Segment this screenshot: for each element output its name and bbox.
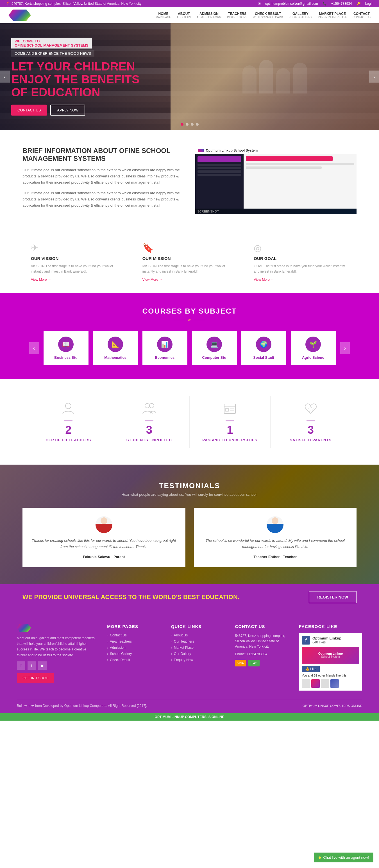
nav-admission[interactable]: ADMISSION ADMISSION FORM bbox=[197, 12, 222, 19]
stat-number-2: 1 bbox=[195, 424, 265, 436]
course-card-1[interactable]: 📐 Mathematics bbox=[93, 331, 138, 365]
payment-icon-2: PAY bbox=[249, 660, 260, 666]
footer-facebook-icon[interactable]: f bbox=[17, 661, 25, 670]
passing-icon bbox=[195, 402, 265, 418]
stat-label-3: SATISFIED PARENTS bbox=[276, 438, 346, 442]
stat-divider-4 bbox=[307, 421, 315, 422]
slider-dot-3[interactable] bbox=[191, 123, 194, 126]
slider-dots bbox=[181, 123, 199, 126]
video-header: Optimum Linkup School System bbox=[195, 147, 357, 154]
course-icon-5: 🌱 bbox=[305, 337, 321, 352]
video-container[interactable]: Optimum Linkup School System bbox=[195, 147, 357, 214]
course-card-2[interactable]: 📊 Economics bbox=[142, 331, 187, 365]
footer-quick-link-1: Our Teachers bbox=[171, 640, 224, 644]
stat-students-enrolled: 3 STUDENTS ENROLLED bbox=[109, 396, 190, 448]
footer-more-page-0: Contact Us bbox=[107, 633, 160, 637]
hero-section: WELCOME TO OFINE SCHOOL MANAGEMENT SYSTE… bbox=[0, 23, 379, 130]
nav-gallery[interactable]: GALLERY PHOTO GALLERY bbox=[289, 12, 312, 19]
slider-dot-1[interactable] bbox=[181, 123, 183, 126]
testimonial-author-1: Teacher Esther - Teacher bbox=[201, 555, 350, 559]
hero-buttons: CONTACT US APPLY NOW bbox=[11, 104, 152, 115]
footer-bottom: Built with ❤ from Developed by Optimum L… bbox=[17, 699, 362, 708]
logo-area[interactable] bbox=[8, 9, 31, 21]
footer-grid: Meet our able, gallant and most competen… bbox=[17, 624, 362, 690]
video-logo bbox=[198, 149, 204, 152]
vmg-vision: ✈ OUR VISSION VISSION The first stage is… bbox=[23, 243, 134, 282]
nav-home[interactable]: HOME MAIN PAGE bbox=[156, 12, 171, 19]
stat-certified-teachers: 2 CERTIFIED TEACHERS bbox=[28, 396, 109, 448]
course-name-1: Mathematics bbox=[97, 355, 134, 360]
testimonials-grid: Thanks for creating schools like this fo… bbox=[23, 508, 356, 567]
hero-subtitle: COME AND EXPERIENCE THE GOOD NEWS bbox=[11, 50, 94, 57]
fb-like-area: 👍 Like bbox=[302, 666, 359, 672]
mission-view-more[interactable]: View More → bbox=[142, 278, 237, 282]
top-bar-phone[interactable]: +1564783934 bbox=[331, 2, 352, 6]
top-bar-email[interactable]: optimumproblemsolver@gmail.com bbox=[265, 2, 318, 6]
courses-divider: ✏ bbox=[17, 317, 362, 322]
courses-heading: COURSES BY SUBJECT bbox=[17, 307, 362, 315]
testimonial-avatar-1 bbox=[267, 516, 284, 533]
testimonials-heading: TESTIMONIALS bbox=[23, 482, 356, 490]
get-in-touch-button[interactable]: GET IN TOUCH bbox=[17, 673, 54, 683]
register-button[interactable]: REGISTER NOW bbox=[309, 591, 356, 603]
goal-title: OUR GOAL bbox=[254, 256, 348, 261]
course-card-0[interactable]: 📖 Business Stu bbox=[43, 331, 88, 365]
course-card-3[interactable]: 💻 Computer Stu bbox=[192, 331, 237, 365]
video-footer: SCREENSHOT bbox=[195, 209, 357, 214]
goal-icon: ◎ bbox=[254, 243, 348, 253]
fb-like-button[interactable]: 👍 Like bbox=[302, 666, 320, 672]
login-icon: 🔑 bbox=[356, 2, 361, 6]
vision-title: OUR VISSION bbox=[31, 256, 125, 261]
video-title: Optimum Linkup School System bbox=[206, 149, 258, 152]
footer-logo bbox=[17, 624, 96, 632]
course-name-2: Economics bbox=[147, 355, 183, 360]
login-link[interactable]: Login bbox=[365, 2, 373, 6]
courses-next-button[interactable]: › bbox=[340, 342, 350, 354]
hero-contact-button[interactable]: CONTACT US bbox=[11, 104, 47, 115]
slider-next-button[interactable]: › bbox=[369, 71, 379, 83]
hero-apply-button[interactable]: APPLY NOW bbox=[50, 104, 85, 115]
footer-twitter-icon[interactable]: t bbox=[28, 661, 36, 670]
footer-contact-title: CONTACT US bbox=[235, 624, 288, 629]
course-name-0: Business Stu bbox=[48, 355, 84, 360]
nav-check-result[interactable]: CHECK RESULT WITH SCRATCH CARD bbox=[253, 12, 283, 19]
top-bar-contact-area: ✉ optimumproblemsolver@gmail.com 📞 +1564… bbox=[258, 2, 373, 6]
footer-contact-col: CONTACT US 546787, Kertz shopping comple… bbox=[235, 624, 288, 690]
footer-quick-link-2: Market Place bbox=[171, 646, 224, 650]
slider-prev-button[interactable]: ‹ bbox=[0, 71, 10, 83]
course-card-5[interactable]: 🌱 Agric Scienc bbox=[291, 331, 336, 365]
brief-section: BRIEF INFORMATION ABOUT OFINE SCHOOL MAN… bbox=[0, 130, 379, 231]
slider-dot-4[interactable] bbox=[196, 123, 199, 126]
footer-about-text: Meet our able, gallant and most competen… bbox=[17, 635, 96, 658]
course-name-3: Computer Stu bbox=[196, 355, 232, 360]
fb-likes-count: 640 likes bbox=[313, 640, 341, 644]
hero-title-line1: LET YOUR CHILDREN bbox=[11, 60, 152, 73]
vision-view-more[interactable]: View More → bbox=[31, 278, 125, 282]
nav-about[interactable]: ABOUT ABOUT US bbox=[177, 12, 191, 19]
slider-dot-2[interactable] bbox=[186, 123, 188, 126]
courses-prev-button[interactable]: ‹ bbox=[29, 342, 39, 354]
stat-number-3: 3 bbox=[276, 424, 346, 436]
footer: Meet our able, gallant and most competen… bbox=[0, 610, 379, 713]
testimonial-author-0: Fakunle Salawu - Parent bbox=[29, 555, 179, 559]
footer-youtube-icon[interactable]: ▶ bbox=[38, 661, 47, 670]
certified-teachers-icon bbox=[34, 402, 103, 418]
svg-point-2 bbox=[149, 403, 154, 408]
video-body: ▶ bbox=[195, 154, 357, 209]
goal-view-more[interactable]: View More → bbox=[254, 278, 348, 282]
fb-friend-avatars bbox=[302, 679, 359, 688]
fb-friends-text: You and 51 other friends like this bbox=[302, 674, 359, 677]
footer-social-icons: f t ▶ bbox=[17, 661, 96, 670]
footer-more-pages-list: Contact Us View Teachers Admission Schoo… bbox=[107, 633, 160, 662]
payment-icon-1: VISA bbox=[235, 660, 246, 666]
testimonials-section: TESTIMONIALS Hear what people are saying… bbox=[0, 465, 379, 584]
footer-quick-link-3: Our Gallery bbox=[171, 652, 224, 656]
location-icon: 📍 bbox=[6, 2, 10, 6]
nav-teachers[interactable]: TEACHERS INSTRUCTORS bbox=[227, 12, 247, 19]
footer-more-pages-col: MORE PAGES Contact Us View Teachers Admi… bbox=[107, 624, 160, 690]
footer-more-pages-title: MORE PAGES bbox=[107, 624, 160, 629]
students-enrolled-icon bbox=[115, 402, 184, 418]
nav-contact[interactable]: CONTACT CONTACT US bbox=[353, 12, 371, 19]
nav-market-place[interactable]: MARKET PLACE PARENTS AND STAFF bbox=[318, 12, 347, 19]
course-card-4[interactable]: 🌍 Social Studi bbox=[241, 331, 286, 365]
